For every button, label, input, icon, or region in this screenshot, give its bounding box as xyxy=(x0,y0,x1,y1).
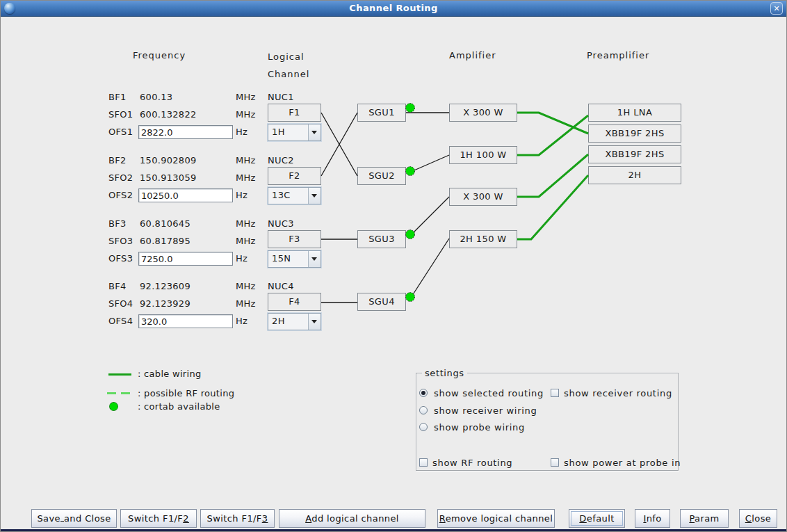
checkbox-show-power-at-probe-in-label: show power at probe in xyxy=(564,458,681,468)
logical-channel-f1-box[interactable]: F1 xyxy=(268,104,321,122)
sfo-label: SFO3 xyxy=(108,236,133,247)
bf-unit: MHz xyxy=(236,218,256,229)
switch-f1-f2-button[interactable]: Switch F1/F2 xyxy=(120,509,197,528)
cortab-available-dot xyxy=(406,293,415,302)
ofs4-input[interactable] xyxy=(138,314,233,328)
chevron-down-icon[interactable] xyxy=(308,124,321,140)
preamplifier-box-4[interactable]: 2H xyxy=(588,166,681,184)
ofs-unit: Hz xyxy=(236,316,248,327)
ofs-unit: Hz xyxy=(236,190,248,201)
ofs-label: OFS2 xyxy=(108,190,133,201)
preamplifier-box-3[interactable]: XBB19F 2HS xyxy=(588,145,681,163)
bf-unit: MHz xyxy=(236,281,256,292)
ofs-label: OFS3 xyxy=(108,253,133,264)
checkbox-show-rf-routing[interactable] xyxy=(419,458,428,467)
preamplifier-box-1[interactable]: 1H LNA xyxy=(588,104,681,122)
radio-show-selected-routing-label: show selected routing xyxy=(434,388,544,398)
sfo-value: 150.913059 xyxy=(140,172,197,184)
nuc-label: NUC3 xyxy=(268,218,294,229)
nucleus-select-2[interactable]: 13C xyxy=(268,187,321,204)
sfo-value: 92.123929 xyxy=(140,298,190,309)
logical-channel-f2-box[interactable]: F2 xyxy=(268,167,321,185)
ofs2-input[interactable] xyxy=(138,188,233,202)
sfo-unit: MHz xyxy=(236,298,256,309)
legend-cable-wiring-swatch xyxy=(108,373,131,376)
ofs1-input[interactable] xyxy=(138,125,233,139)
radio-show-probe-wiring-label: show probe wiring xyxy=(434,422,525,433)
column-header-logical: Logical xyxy=(268,51,305,63)
cortab-available-dot xyxy=(406,230,415,239)
settings-group-title: settings xyxy=(422,368,467,378)
info-button[interactable]: Info xyxy=(635,509,670,528)
amplifier-box-2[interactable]: 1H 100 W xyxy=(449,146,517,164)
nuc-label: NUC2 xyxy=(268,155,294,166)
sgu4-box[interactable]: SGU4 xyxy=(357,293,406,311)
checkbox-show-receiver-routing-label: show receiver routing xyxy=(564,388,672,398)
bf-unit: MHz xyxy=(236,92,256,103)
amplifier-box-3[interactable]: X 300 W xyxy=(449,188,517,206)
column-header-channel: Channel xyxy=(268,69,309,80)
bf-value: 92.123609 xyxy=(140,281,190,292)
amplifier-box-4[interactable]: 2H 150 W xyxy=(449,230,517,248)
legend-cortab-label: : cortab available xyxy=(138,401,220,412)
add-logical-channel-button[interactable]: Add logical channel xyxy=(279,509,425,528)
bf-label: BF3 xyxy=(108,218,127,229)
radio-show-probe-wiring[interactable] xyxy=(419,423,428,431)
title-bar[interactable]: Channel Routing ✕ xyxy=(1,1,786,17)
nucleus-selected-value: 1H xyxy=(272,127,285,137)
sfo-unit: MHz xyxy=(236,109,256,120)
logical-channel-f3-box[interactable]: F3 xyxy=(268,230,321,248)
sgu3-box[interactable]: SGU3 xyxy=(357,230,406,248)
close-icon[interactable]: ✕ xyxy=(770,2,783,15)
rf-wire xyxy=(321,113,357,176)
legend-rf-routing-swatch xyxy=(107,392,132,394)
cable-wire xyxy=(517,115,588,155)
sfo-unit: MHz xyxy=(236,236,256,247)
remove-logical-channel-button[interactable]: Remove logical channel xyxy=(437,509,555,528)
ofs-label: OFS1 xyxy=(108,127,133,138)
radio-show-receiver-wiring[interactable] xyxy=(419,406,428,414)
checkbox-show-receiver-routing[interactable] xyxy=(551,389,559,397)
nucleus-select-1[interactable]: 1H xyxy=(268,124,321,141)
legend-cable-wiring-label: : cable wiring xyxy=(138,369,202,380)
ofs-unit: Hz xyxy=(236,253,248,264)
rf-wire xyxy=(411,155,449,172)
bf-value: 150.902809 xyxy=(140,155,197,166)
logical-channel-f4-box[interactable]: F4 xyxy=(268,293,321,311)
radio-show-receiver-wiring-label: show receiver wiring xyxy=(434,405,537,416)
sfo-label: SFO2 xyxy=(108,172,133,184)
legend-rf-routing-label: : possible RF routing xyxy=(138,388,234,399)
checkbox-show-power-at-probe-in[interactable] xyxy=(551,458,559,467)
chevron-down-icon[interactable] xyxy=(308,251,321,267)
bf-value: 60.810645 xyxy=(140,218,190,229)
column-header-preamplifier: Preamplifier xyxy=(587,50,649,61)
chevron-down-icon[interactable] xyxy=(308,188,321,204)
nuc-label: NUC4 xyxy=(268,281,294,292)
preamplifier-box-2[interactable]: XBB19F 2HS xyxy=(588,124,681,143)
sfo-value: 600.132822 xyxy=(140,109,197,120)
legend-cortab-dot-icon xyxy=(109,402,118,411)
amplifier-box-1[interactable]: X 300 W xyxy=(449,104,517,122)
sfo-label: SFO1 xyxy=(108,109,133,120)
column-header-frequency: Frequency xyxy=(133,50,186,61)
bf-label: BF1 xyxy=(108,92,127,103)
default-button[interactable]: Default xyxy=(569,509,625,528)
ofs3-input[interactable] xyxy=(138,252,233,266)
nucleus-selected-value: 15N xyxy=(272,253,291,264)
nucleus-select-3[interactable]: 15N xyxy=(268,250,321,268)
save-and-close-button[interactable]: Saveand Close xyxy=(31,509,117,528)
nucleus-select-4[interactable]: 2H xyxy=(268,313,321,330)
chevron-down-icon[interactable] xyxy=(308,314,321,330)
radio-show-selected-routing[interactable] xyxy=(419,389,428,397)
cortab-available-dot xyxy=(406,167,415,176)
cortab-available-dot xyxy=(406,104,415,113)
bf-unit: MHz xyxy=(236,155,256,166)
switch-f1-f3-button[interactable]: Switch F1/F3 xyxy=(200,509,275,528)
rf-wire xyxy=(411,197,449,235)
close-button[interactable]: Close xyxy=(739,509,777,528)
sfo-value: 60.817895 xyxy=(140,236,190,247)
sgu2-box[interactable]: SGU2 xyxy=(357,167,406,185)
rf-wire xyxy=(411,239,449,298)
sgu1-box[interactable]: SGU1 xyxy=(357,104,406,122)
param-button[interactable]: Param xyxy=(680,509,729,528)
